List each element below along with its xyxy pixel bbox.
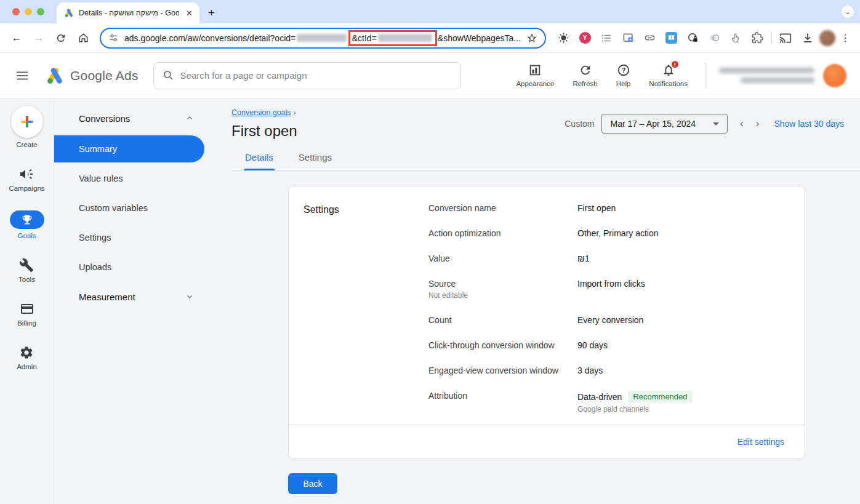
global-search[interactable] xyxy=(153,62,461,89)
tab-search-chevron-icon[interactable]: ⌄ xyxy=(842,6,854,18)
sidenav-item-summary[interactable]: Summary xyxy=(54,135,204,162)
new-tab-button[interactable]: + xyxy=(208,7,215,18)
next-range-icon[interactable]: › xyxy=(750,118,766,130)
cast-icon[interactable] xyxy=(775,28,796,49)
rail-item-goals[interactable]: Goals xyxy=(10,210,44,239)
sidenav-section-measurement[interactable]: Measurement xyxy=(54,284,222,309)
sidenav-item-settings[interactable]: Settings xyxy=(54,224,204,251)
tab-settings[interactable]: Settings xyxy=(297,148,333,170)
blue-book-extension-icon[interactable] xyxy=(665,32,677,44)
back-icon[interactable]: ← xyxy=(6,28,27,49)
detail-tabs: Details Settings xyxy=(231,148,860,170)
row-label: Count xyxy=(428,315,577,325)
site-settings-icon[interactable] xyxy=(108,33,119,43)
rail-label-tools: Tools xyxy=(18,276,35,283)
back-button[interactable]: Back xyxy=(288,473,337,494)
rail-item-billing[interactable]: Billing xyxy=(17,302,36,327)
url-text[interactable]: ads.google.com/aw/conversions/detail?oci… xyxy=(124,30,521,46)
download-icon[interactable] xyxy=(797,28,818,49)
header-actions: Appearance Refresh ? Help ! Notification… xyxy=(516,63,688,87)
recommended-badge: Recommended xyxy=(628,391,692,402)
clock-lock-extension-icon[interactable] xyxy=(686,32,699,44)
refresh-icon xyxy=(579,63,592,77)
new-tab-extension-icon[interactable] xyxy=(622,32,634,44)
browser-menu-icon[interactable]: ⋮ xyxy=(837,32,854,44)
date-range-dropdown[interactable]: Mar 17 – Apr 15, 2024 xyxy=(601,114,728,134)
show-last-30-days-link[interactable]: Show last 30 days xyxy=(774,119,844,129)
account-info[interactable] xyxy=(719,64,846,87)
extensions-puzzle-icon[interactable] xyxy=(751,32,763,44)
extensions-row: Y xyxy=(552,32,768,44)
google-ads-logo-icon xyxy=(46,66,64,85)
bookmark-star-icon[interactable] xyxy=(526,33,537,44)
appearance-button[interactable]: Appearance xyxy=(516,63,554,87)
row-attribution: Attribution Data-driven Recommended Goog… xyxy=(428,391,790,414)
sun-extension-icon[interactable] xyxy=(557,32,569,44)
row-value: 3 days xyxy=(577,366,790,375)
row-conversion-name: Conversion name First open xyxy=(428,203,790,213)
row-click-through-window: Click-through conversion window 90 days xyxy=(428,340,790,350)
create-plus-icon[interactable] xyxy=(11,106,43,138)
close-window-button[interactable] xyxy=(12,8,20,15)
previous-range-icon[interactable]: ‹ xyxy=(734,118,750,130)
url-ctid-param: &ctId= xyxy=(352,33,377,43)
row-label: Source xyxy=(428,279,577,289)
circles-extension-icon[interactable] xyxy=(708,32,720,44)
row-count: Count Every conversion xyxy=(428,315,790,325)
row-value: ₪1 xyxy=(577,254,790,263)
breadcrumb-link[interactable]: Conversion goals xyxy=(231,108,291,117)
browser-toolbar: ← → ads.google.com/aw/conversions/detail… xyxy=(0,23,860,53)
tab-close-icon[interactable]: ✕ xyxy=(184,9,195,18)
browser-tab[interactable]: Details - מישקה ושושקה - Goo ✕ xyxy=(57,2,199,23)
hand-extension-icon[interactable] xyxy=(729,32,742,44)
redacted-ocid-value xyxy=(297,34,347,42)
rail-item-campaigns[interactable]: Campaigns xyxy=(9,167,44,192)
rail-item-create[interactable]: Create xyxy=(11,106,43,148)
row-value: Import from clicks xyxy=(577,279,790,289)
account-avatar[interactable] xyxy=(823,64,846,87)
rail-item-tools[interactable]: Tools xyxy=(18,258,35,283)
help-label: Help xyxy=(616,80,631,87)
row-engaged-view-window: Engaged-view conversion window 3 days xyxy=(428,366,790,375)
row-value: First open xyxy=(577,203,790,213)
campaigns-megaphone-icon xyxy=(19,167,34,182)
reload-icon[interactable] xyxy=(50,28,71,49)
link-extension-icon[interactable] xyxy=(643,32,656,44)
brand-name: Google Ads xyxy=(70,68,139,83)
minimize-window-button[interactable] xyxy=(25,8,32,15)
home-icon[interactable] xyxy=(73,28,94,49)
date-range-controls: Custom Mar 17 – Apr 15, 2024 ‹ › Show la… xyxy=(565,114,844,134)
sidenav-item-uploads[interactable]: Uploads xyxy=(54,254,204,281)
tools-wrench-icon xyxy=(19,258,34,273)
nav-rail: Create Campaigns Goals Tools xyxy=(0,98,54,504)
browser-profile-avatar[interactable] xyxy=(819,30,835,46)
red-badge-extension-icon[interactable]: Y xyxy=(579,32,591,44)
account-id-redacted xyxy=(719,68,814,73)
row-value: 90 days xyxy=(577,340,790,350)
main-content: Conversion goals › Custom Mar 17 – Apr 1… xyxy=(222,98,860,504)
notifications-button[interactable]: ! Notifications xyxy=(649,63,688,87)
row-sublabel: Not editable xyxy=(428,291,577,300)
app-header: Google Ads Appearance Refresh ? Help xyxy=(0,53,860,98)
toolbar-separator xyxy=(771,32,772,44)
sidenav-item-value-rules[interactable]: Value rules xyxy=(54,165,204,192)
sidenav-item-custom-variables[interactable]: Custom variables xyxy=(54,194,204,222)
rail-label-admin: Admin xyxy=(17,363,37,370)
zoom-window-button[interactable] xyxy=(37,8,44,15)
macos-window-controls xyxy=(12,8,44,15)
date-range-value: Mar 17 – Apr 15, 2024 xyxy=(610,119,696,129)
search-input[interactable] xyxy=(180,70,452,81)
list-extension-icon[interactable] xyxy=(600,32,613,44)
url-prefix: ads.google.com/aw/conversions/detail?oci… xyxy=(124,33,295,43)
rail-item-admin[interactable]: Admin xyxy=(17,345,37,370)
tab-details[interactable]: Details xyxy=(244,148,275,170)
refresh-button[interactable]: Refresh xyxy=(573,63,597,87)
hamburger-menu-icon[interactable] xyxy=(15,68,30,83)
help-button[interactable]: ? Help xyxy=(616,63,631,87)
edit-settings-link[interactable]: Edit settings xyxy=(737,437,784,447)
address-bar[interactable]: ads.google.com/aw/conversions/detail?oci… xyxy=(100,28,546,49)
row-label: Action optimization xyxy=(428,228,577,238)
sidenav-section-conversions[interactable]: Conversions xyxy=(54,106,222,130)
forward-icon[interactable]: → xyxy=(28,28,49,49)
appearance-icon xyxy=(528,63,542,77)
